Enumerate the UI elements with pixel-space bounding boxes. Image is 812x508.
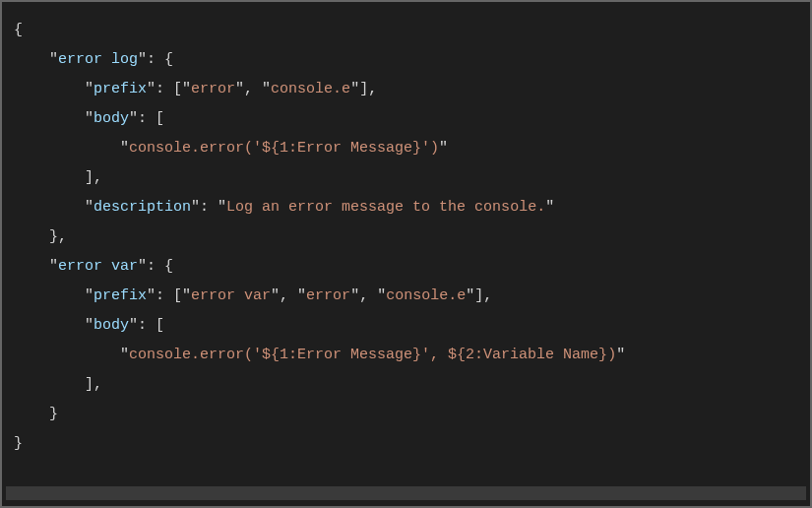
prefix-value: error: [191, 81, 235, 97]
prefix-value: console.e: [386, 287, 466, 304]
prefix-value: console.e: [271, 81, 350, 97]
prefix-key: prefix: [94, 287, 147, 304]
brace: }: [14, 435, 23, 452]
prefix-key: prefix: [94, 81, 147, 97]
editor-frame: { "error log": { "prefix": ["error", "co…: [0, 0, 812, 508]
prefix-value: error: [306, 287, 350, 304]
body-line: console.error('${1:Error Message}'): [129, 140, 439, 157]
body-key: body: [94, 110, 129, 127]
code-editor[interactable]: { "error log": { "prefix": ["error", "co…: [6, 8, 806, 486]
prefix-value: error var: [191, 287, 271, 304]
snippet-name: error log: [58, 51, 138, 68]
snippet-name: error var: [58, 258, 138, 275]
body-line: console.error('${1:Error Message}', ${2:…: [129, 347, 616, 363]
brace: {: [14, 22, 23, 38]
description-key: description: [94, 199, 191, 216]
body-key: body: [94, 317, 129, 334]
status-bar: [6, 486, 806, 500]
description-value: Log an error message to the console.: [226, 199, 545, 216]
